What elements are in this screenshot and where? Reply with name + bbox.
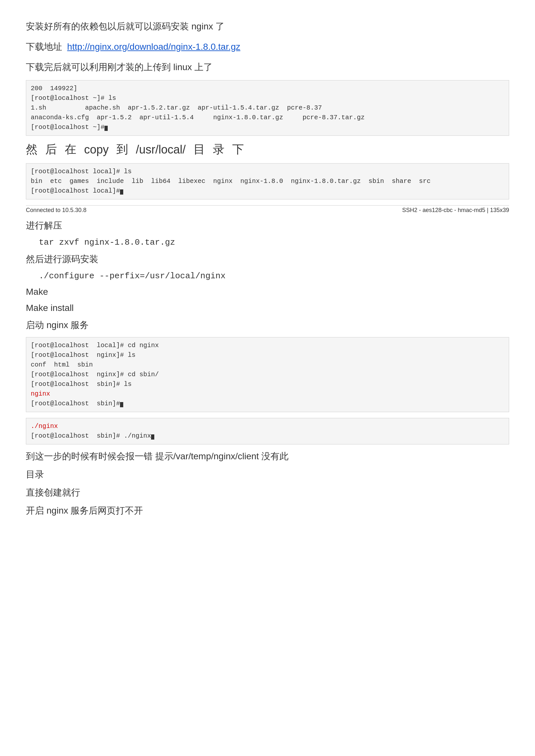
after-download-text: 下载完后就可以利用刚才装的上传到 linux 上了 bbox=[26, 60, 509, 75]
terminal3-line3: conf html sbin bbox=[31, 361, 93, 368]
terminal1-line4: anaconda-ks.cfg apr-1.5.2 apr-util-1.5.4… bbox=[31, 114, 365, 121]
char-xia: 下 bbox=[232, 142, 244, 157]
intro-text: 安装好所有的依赖包以后就可以源码安装 nginx 了 bbox=[26, 19, 509, 34]
download-label: 下载地址 bbox=[26, 42, 62, 52]
terminal4-section: ./nginx [root@localhost sbin]# ./nginx bbox=[26, 418, 509, 445]
status-left: Connected to 10.5.30.8 bbox=[26, 207, 86, 214]
mulu-section: 目录 bbox=[26, 468, 509, 481]
terminal1-line3: 1.sh apache.sh apr-1.5.2.tar.gz apr-util… bbox=[31, 104, 322, 112]
terminal1-line5: [root@localhost ~]# bbox=[31, 123, 104, 131]
yuanma-section: 然后进行源码安装 bbox=[26, 253, 509, 265]
status-bar: Connected to 10.5.30.8 SSH2 - aes128-cbc… bbox=[26, 205, 509, 215]
status-right: SSH2 - aes128-cbc - hmac-md5 | 135x39 bbox=[402, 207, 509, 214]
jieya-heading: 进行解压 bbox=[26, 220, 509, 232]
qidong-section: 启动 nginx 服务 bbox=[26, 319, 509, 331]
char-lu: 录 bbox=[213, 142, 224, 157]
jieya-section: 进行解压 bbox=[26, 220, 509, 232]
tar-cmd: tar zxvf nginx-1.8.0.tar.gz bbox=[39, 237, 509, 247]
configure-cmd: ./configure --perfix=/usr/local/nginx bbox=[39, 271, 509, 281]
terminal1-line2: [root@localhost ~]# ls bbox=[31, 94, 116, 102]
char-ran: 然 bbox=[26, 142, 38, 157]
wangye-section: 开启 nginx 服务后网页打不开 bbox=[26, 504, 509, 517]
download-link[interactable]: http://nginx.org/download/nginx-1.8.0.ta… bbox=[67, 42, 240, 52]
download-label-line: 下载地址 http://nginx.org/download/nginx-1.8… bbox=[26, 40, 509, 54]
terminal3-block: [root@localhost local]# cd nginx [root@l… bbox=[26, 337, 509, 412]
terminal3-line7: [root@localhost sbin]# bbox=[31, 400, 120, 407]
copy-to-local-section: 然 后 在 copy 到 /usr/local/ 目 录 下 bbox=[26, 142, 509, 157]
cursor3 bbox=[120, 402, 123, 407]
terminal2-line1: [root@localhost local]# ls bbox=[31, 168, 132, 175]
terminal2-section: [root@localhost local]# ls bin etc games… bbox=[26, 163, 509, 200]
word-copy: copy bbox=[84, 143, 109, 156]
path-usrlocal: /usr/local/ bbox=[136, 143, 186, 156]
terminal3-line5: [root@localhost sbin]# ls bbox=[31, 380, 132, 388]
char-mu: 目 bbox=[193, 142, 205, 157]
terminal4-block: ./nginx [root@localhost sbin]# ./nginx bbox=[26, 418, 509, 445]
zhijie-section: 直接创建就行 bbox=[26, 486, 509, 499]
qidong-heading: 启动 nginx 服务 bbox=[26, 319, 509, 331]
terminal4-line1: [root@localhost sbin]# ./nginx bbox=[31, 432, 151, 440]
terminal2-line3: [root@localhost local]# bbox=[31, 187, 120, 195]
zhijie-heading: 直接创建就行 bbox=[26, 486, 509, 499]
after-download-section: 下载完后就可以利用刚才装的上传到 linux 上了 bbox=[26, 60, 509, 75]
mulu-heading: 目录 bbox=[26, 468, 509, 481]
make-heading: Make bbox=[26, 287, 509, 297]
intro-section: 安装好所有的依赖包以后就可以源码安装 nginx 了 bbox=[26, 19, 509, 34]
make-section: Make bbox=[26, 287, 509, 297]
terminal3-section: [root@localhost local]# cd nginx [root@l… bbox=[26, 337, 509, 412]
download-section: 下载地址 http://nginx.org/download/nginx-1.8… bbox=[26, 40, 509, 54]
make-install-heading: Make install bbox=[26, 303, 509, 313]
char-hou: 后 bbox=[45, 142, 57, 157]
terminal3-line4: [root@localhost nginx]# cd sbin/ bbox=[31, 371, 159, 378]
terminal3-nginx-red: nginx bbox=[31, 390, 50, 397]
char-zai: 在 bbox=[65, 142, 76, 157]
cuowu-heading: 到这一步的时候有时候会报一错 提示/var/temp/nginx/client … bbox=[26, 450, 509, 463]
terminal1-line1: 200 149922] bbox=[31, 85, 77, 92]
cuowu-section: 到这一步的时候有时候会报一错 提示/var/temp/nginx/client … bbox=[26, 450, 509, 463]
terminal2-line2: bin etc games include lib lib64 libexec … bbox=[31, 177, 431, 185]
terminal3-line1: [root@localhost local]# cd nginx bbox=[31, 342, 159, 349]
cursor2 bbox=[120, 189, 123, 195]
terminal1-section: 200 149922] [root@localhost ~]# ls 1.sh … bbox=[26, 80, 509, 136]
terminal4-label-red: ./nginx bbox=[31, 422, 58, 430]
terminal1-block: 200 149922] [root@localhost ~]# ls 1.sh … bbox=[26, 80, 509, 136]
configure-section: ./configure --perfix=/usr/local/nginx bbox=[26, 271, 509, 281]
char-dao: 到 bbox=[116, 142, 128, 157]
yuanma-heading: 然后进行源码安装 bbox=[26, 253, 509, 265]
terminal2-block: [root@localhost local]# ls bin etc games… bbox=[26, 163, 509, 200]
terminal3-line2: [root@localhost nginx]# ls bbox=[31, 351, 135, 359]
cursor4 bbox=[151, 434, 154, 440]
cursor1 bbox=[104, 126, 108, 131]
make-install-section: Make install bbox=[26, 303, 509, 313]
tar-cmd-section: tar zxvf nginx-1.8.0.tar.gz bbox=[26, 237, 509, 247]
wangye-heading: 开启 nginx 服务后网页打不开 bbox=[26, 504, 509, 517]
